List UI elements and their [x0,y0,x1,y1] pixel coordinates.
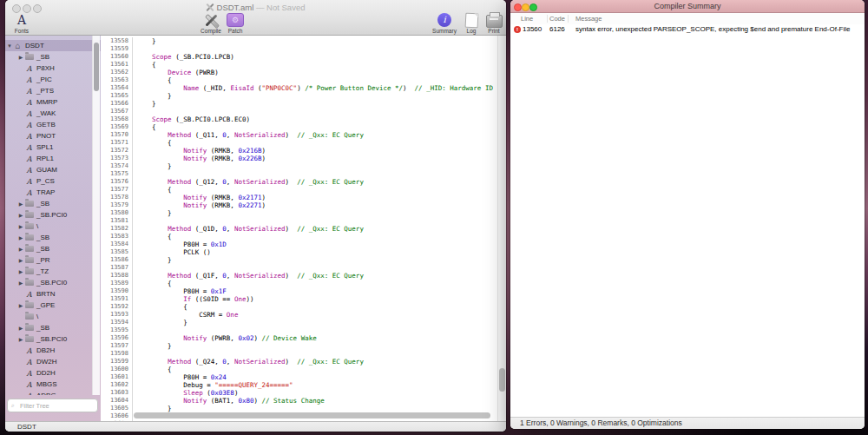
sidebar-item-DB2H[interactable]: ADB2H [5,345,101,356]
sidebar-item-TRAP[interactable]: ATRAP [5,187,101,198]
disclosure-down-icon[interactable]: ▼ [6,43,13,49]
sidebar-item-_SB[interactable]: ▶_SB [5,322,101,333]
disclosure-right-icon[interactable]: ▶ [17,54,24,60]
sidebar-item-DSDT[interactable]: ▼⌂DSDT [5,40,101,51]
sidebar-item-_SBrootPCI0[interactable]: ▶_SB.PCI0 [5,277,101,288]
sidebar-item-SPL1[interactable]: ASPL1 [5,142,101,153]
line-number: 13578 [101,194,133,201]
sidebar-item-_PR[interactable]: ▶_PR [5,254,101,266]
vertical-scrollbar[interactable] [497,36,506,422]
sidebar-item-root[interactable]: \ [5,311,101,322]
line-number: 13558 [101,37,133,45]
summary-info-icon: i [437,13,451,27]
compiler-titlebar[interactable]: Compiler Summary [510,0,865,13]
filter-tree-input[interactable]: ⌕ Filter Tree [7,399,98,412]
code-line: 13577 { [101,186,506,194]
sidebar-item-_SB[interactable]: ▶_SB [5,232,101,243]
sidebar-item-RPL1[interactable]: ARPL1 [5,153,101,164]
folder-icon [24,256,34,265]
code-line: 13583 { [101,233,506,241]
sidebar-item-MMRP[interactable]: AMMRP [5,96,101,108]
column-header-code[interactable]: Code [549,13,565,24]
sidebar-item-_SB[interactable]: ▶_SB [5,198,101,209]
code-text [133,217,136,225]
sidebar-item-_SBrootPCI0[interactable]: ▶_SB.PCI0 [5,209,101,221]
sidebar-item-_SB[interactable]: ▶_SB [5,243,101,254]
disclosure-right-icon[interactable]: ▶ [17,223,24,229]
horizontal-scrollbar-thumb[interactable] [134,412,490,419]
log-button[interactable]: Log [460,12,483,35]
sidebar-scrollbar-thumb[interactable] [94,43,99,91]
disclosure-right-icon[interactable]: ▶ [17,268,24,274]
sidebar-item-_SB[interactable]: ▶_SB [5,51,101,63]
sidebar-item-label: DSDT [25,42,44,49]
line-number: 13591 [101,295,133,303]
code-line: 13601 P80H = 0x24 [101,373,506,381]
code-line: 13599 Method (_Q24, 0, NotSerialized) //… [101,358,506,366]
disclosure-right-icon[interactable]: ▶ [17,336,24,342]
sidebar-item-P8XH[interactable]: AP8XH [5,63,101,74]
column-header-message[interactable]: Message [575,13,602,24]
sidebar-item-DW2H[interactable]: ADW2H [5,356,101,367]
code-line: 13603 Sleep (0x03E8) [101,389,506,397]
sidebar-item-label: P8XH [36,64,55,72]
sidebar-item-label: RPL1 [36,155,54,162]
code-text: } [133,405,172,412]
vertical-scrollbar-thumb[interactable] [499,368,505,392]
sidebar-item-_SBrootPCI0[interactable]: ▶_SB.PCI0 [5,333,101,345]
sidebar-item-label: DW2H [36,358,57,366]
disclosure-right-icon[interactable]: ▶ [17,246,24,252]
print-icon [486,15,503,28]
sidebar-item-P_CS[interactable]: AP_CS [5,175,101,187]
line-number: 13598 [101,350,133,358]
disclosure-right-icon[interactable]: ▶ [17,257,24,263]
disclosure-right-icon[interactable]: ▶ [17,234,24,241]
sidebar-item-MBGS[interactable]: AMBGS [5,379,101,390]
sidebar: ▼⌂DSDT▶_SBAP8XHA_PICA_PTSAMMRPA_WAKAGETB… [5,36,101,422]
summary-button[interactable]: i Summary [425,12,464,35]
code-line: 13568 Scope (_SB.PCI0.LPCB.EC0) [101,115,506,123]
code-text: Sleep (0x03E8) [133,389,238,397]
compiler-error-row[interactable]: !135606126syntax error, unexpected PARSE… [510,24,865,35]
disclosure-right-icon[interactable]: ▶ [17,280,24,286]
main-titlebar-toolbar[interactable]: DSDT.aml — Not Saved A Fonts Compile ⚙ P… [5,0,506,36]
sidebar-item-GUAM[interactable]: AGUAM [5,164,101,175]
fonts-button[interactable]: A Fonts [9,12,35,35]
sidebar-item-_WAK[interactable]: A_WAK [5,108,101,119]
disclosure-right-icon[interactable]: ▶ [17,201,24,207]
sidebar-item-_GPE[interactable]: ▶_GPE [5,300,101,311]
code-line: 13558 } [101,37,506,45]
sidebar-item-_TZ[interactable]: ▶_TZ [5,266,101,277]
code-line: 13585 PCLK () [101,248,506,256]
code-line: 13600 { [101,366,506,373]
error-line: 13560 [523,24,542,35]
line-number: 13579 [101,201,133,209]
line-number: 13603 [101,389,133,397]
line-number: 13594 [101,319,133,326]
line-number: 13588 [101,272,133,280]
sidebar-item-GETB[interactable]: AGETB [5,119,101,130]
code-line: 13565 } [101,92,506,100]
sidebar-item-PNOT[interactable]: APNOT [5,130,101,142]
code-text: Scope (_SB.PCI0.LPCB.EC0) [133,115,250,123]
patch-button[interactable]: ⚙ Patch [220,12,250,35]
sidebar-item-BRTN[interactable]: ABRTN [5,288,101,300]
horizontal-scrollbar[interactable] [134,412,496,419]
code-editor[interactable]: 13558 }1355913560 Scope (_SB.PCI0.LPCB)1… [101,36,506,422]
line-number: 13595 [101,326,133,334]
code-text: Device (PWRB) [133,69,219,76]
line-number: 13589 [101,280,133,287]
print-button[interactable]: Print [482,12,506,35]
sidebar-item-_PIC[interactable]: A_PIC [5,74,101,85]
sidebar-item-DD2H[interactable]: ADD2H [5,367,101,379]
code-text: If ((S0ID == One)) [133,295,253,303]
code-text: Method (_Q12, 0, NotSerialized) // _Qxx:… [133,178,364,186]
column-header-line[interactable]: Line [521,13,533,24]
code-line: 13597 } [101,342,506,350]
disclosure-right-icon[interactable]: ▶ [17,212,24,218]
sidebar-item-_PTS[interactable]: A_PTS [5,85,101,96]
sidebar-item-root[interactable]: ▶\ [5,221,101,232]
disclosure-right-icon[interactable]: ▶ [17,302,24,308]
sidebar-scrollbar[interactable] [92,36,100,395]
disclosure-right-icon[interactable]: ▶ [17,325,24,331]
